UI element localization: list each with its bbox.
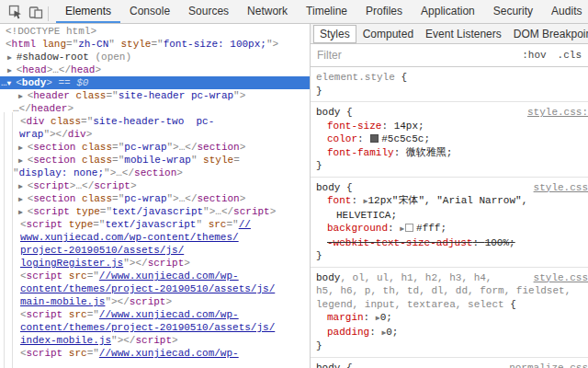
resource-link[interactable]: content/themes/project-20190510/assets/j… [20,283,275,294]
resource-link[interactable]: index-mobile.js [20,335,111,346]
dom-node[interactable]: <script type="text/javascript" src="// [0,218,310,231]
styles-filter-input[interactable]: Filter [317,49,342,62]
main-toolbar: ElementsConsoleSourcesNetworkTimelinePro… [0,0,588,24]
cls-toggle[interactable]: .cls [558,50,582,61]
style-line[interactable]: style.css:body { [316,106,588,120]
resource-link[interactable]: project-20190510/assets/js/ [20,245,184,256]
elements-panel: <!DOCTYPE html><html lang="zh-CN" style=… [0,24,311,368]
style-rule: style.css:body {font-size: 14px;color: #… [311,102,588,178]
devtools-window: ElementsConsoleSourcesNetworkTimelinePro… [0,0,588,368]
style-line[interactable]: -webkit-text-size-adjust: 100%; [316,236,588,250]
dom-node[interactable]: main-mobile.js"></script> [0,295,310,308]
sidebar-tab-computed[interactable]: Computed [357,26,419,42]
dom-node[interactable]: content/themes/project-20190510/assets/j… [0,321,310,334]
toolbar-divider [48,6,49,21]
style-line[interactable]: HELVETICA; [316,209,588,223]
sidebar-tab-bar: StylesComputedEvent ListenersDOM Breakpo… [311,24,588,44]
sidebar-tab-event-listeners[interactable]: Event Listeners [420,26,507,42]
tab-console[interactable]: Console [120,0,179,23]
tab-sources[interactable]: Sources [179,0,238,23]
dom-node[interactable]: www.xunjiecad.com/wp-content/themes/ [0,231,310,244]
dom-node[interactable]: ▶ <section class="mobile-wrap" style= [0,154,310,167]
style-line[interactable]: style.cssbody { [316,181,588,195]
dom-node[interactable]: <div class="site-header-two pc- [0,115,310,128]
dom-node-selected[interactable]: …▼ <body> == $0 [0,76,310,89]
resource-link[interactable]: content/themes/project-20190510/assets/j… [20,322,275,333]
style-line[interactable]: font-size: 14px; [316,120,588,133]
stylesheet-link[interactable]: normalize.css [509,362,588,368]
tab-elements[interactable]: Elements [56,0,120,23]
style-line[interactable]: color: #5c5c5c; [316,132,588,146]
style-line[interactable]: element.style { [316,71,588,85]
dom-node[interactable]: logingRegister.js"></script> [0,257,310,270]
styles-sidebar: StylesComputedEvent ListenersDOM Breakpo… [311,24,588,368]
style-line[interactable]: style.cssbody, ol, ul, h1, h2, h3, h4, [316,271,588,285]
sidebar-tab-dom-breakpoints[interactable]: DOM Breakpoints [508,26,588,42]
tab-timeline[interactable]: Timeline [297,0,356,23]
style-line[interactable]: normalize.cssbody { [316,362,588,368]
style-line[interactable]: font-family: 微软雅黑; [316,146,588,160]
resource-link[interactable]: //www.xunjiecad.com/wp- [99,270,239,282]
style-line[interactable]: } [316,159,588,173]
dom-node[interactable]: …</header> [0,102,310,115]
style-line[interactable]: } [316,339,588,353]
style-line[interactable]: background: ▶#fff; [316,222,588,236]
resource-link[interactable]: //www.xunjiecad.com/wp- [99,348,239,359]
background-swatch[interactable] [405,224,413,232]
device-toolbar-icon[interactable] [26,3,46,21]
tab-security[interactable]: Security [484,0,542,23]
dom-node[interactable]: wrap"></div> [0,128,310,141]
resource-link[interactable]: main-mobile.js [20,296,105,307]
resource-link[interactable]: //www.xunjiecad.com/wp- [99,309,239,320]
style-line[interactable]: font: ▶12px"宋体", "Arial Narrow", [316,194,588,209]
stylesheet-link[interactable]: style.css [534,271,588,285]
dom-node[interactable]: ▶ <script type="text/javascript">…</scri… [0,205,310,218]
style-line[interactable]: } [316,249,588,263]
dom-node[interactable]: index-mobile.js"></script> [0,334,310,347]
dom-node[interactable]: <!DOCTYPE html> [0,25,310,38]
dom-node[interactable]: <script src="//www.xunjiecad.com/wp- [0,270,310,282]
style-rule: style.cssbody {font: ▶12px"宋体", "Arial N… [311,178,588,268]
style-line[interactable]: h5, h6, p, th, td, dl, dd, form, fieldse… [316,284,588,298]
tab-application[interactable]: Application [412,0,484,23]
style-line[interactable]: legend, input, textarea, select { [316,298,588,312]
dom-node[interactable]: ▶ <script>…</script> [0,179,310,192]
sidebar-tab-styles[interactable]: Styles [313,25,356,43]
dom-node[interactable]: <script src="//www.xunjiecad.com/wp- [0,308,310,321]
dom-node[interactable]: <script src="//www.xunjiecad.com/wp- [0,347,310,360]
style-rule: normalize.cssbody {margin: ▶0; [311,358,588,368]
tab-audits[interactable]: Audits [542,0,588,23]
stylesheet-link[interactable]: style.css [534,181,588,195]
hov-toggle[interactable]: :hov [522,50,546,61]
tab-profiles[interactable]: Profiles [356,0,412,23]
pseudo-toggles: :hov .cls [522,50,582,61]
inspect-icon[interactable] [6,3,26,21]
style-line[interactable]: padding: ▶0; [316,326,588,340]
resource-link[interactable]: www.xunjiecad.com/wp-content/themes/ [20,232,239,243]
dom-node[interactable]: project-20190510/assets/js/ [0,244,310,257]
dom-node[interactable]: ▶ <head>…</head> [0,63,310,76]
dom-node[interactable]: content/themes/project-20190510/assets/j… [0,282,310,295]
dom-node[interactable]: ▶ <header class="site-header pc-wrap"> [0,89,310,102]
dom-tree: <!DOCTYPE html><html lang="zh-CN" style=… [0,25,310,360]
styles-panel: element.style {}style.css:body {font-siz… [311,67,588,368]
panels-split: <!DOCTYPE html><html lang="zh-CN" style=… [0,24,588,368]
tab-network[interactable]: Network [238,0,297,23]
dom-node[interactable]: <html lang="zh-CN" style="font-size: 100… [0,38,310,51]
resource-link[interactable]: logingRegister.js [20,258,123,269]
dom-node[interactable]: ▶ #shadow-root (open) [0,51,310,63]
stylesheet-link[interactable]: style.css: [527,106,588,120]
main-tabs: ElementsConsoleSourcesNetworkTimelinePro… [56,0,588,23]
dom-node[interactable]: "display: none;">…</section> [0,167,310,179]
style-rule: element.style {} [311,67,588,102]
color-swatch[interactable] [370,134,379,143]
resource-link[interactable]: // [239,219,251,230]
style-line[interactable]: margin: ▶0; [316,311,588,326]
toolbar-icons [0,0,56,23]
styles-filter-bar: Filter :hov .cls [311,44,588,67]
dom-node[interactable]: ▶ <section class="pc-wrap">…</section> [0,141,310,154]
style-rule: style.cssbody, ol, ul, h1, h2, h3, h4,h5… [311,268,588,358]
style-line[interactable]: } [316,85,588,98]
dom-node[interactable]: ▶ <section class="pc-wrap">…</section> [0,192,310,205]
